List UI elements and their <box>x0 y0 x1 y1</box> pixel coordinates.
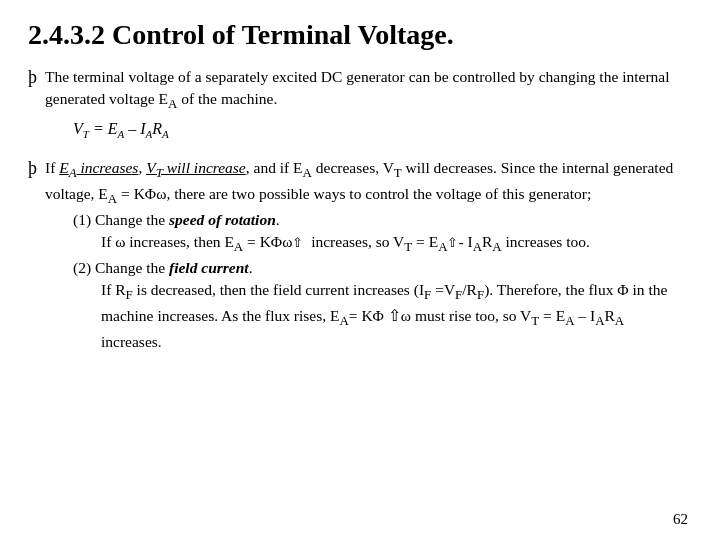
bullet-icon-2: þ <box>28 158 37 179</box>
bullet-section-1: þ The terminal voltage of a separately e… <box>28 66 692 145</box>
point1-detail: If ω increases, then EA = KΦω⇧ increases… <box>101 231 692 257</box>
bullet1-text: The terminal voltage of a separately exc… <box>45 68 669 107</box>
bullet-section-2: þ If EA increases, VT will increase, and… <box>28 157 692 354</box>
bullet1-formula: VT = EA – IARA <box>73 117 692 143</box>
point2-label: (2) Change the field current. <box>73 259 253 276</box>
point2-block: (2) Change the field current. If RF is d… <box>73 257 692 354</box>
bullet-1-content: The terminal voltage of a separately exc… <box>45 66 692 145</box>
point1-block: (1) Change the speed of rotation. If ω i… <box>73 209 692 257</box>
bullet-2-content: If EA increases, VT will increase, and i… <box>45 157 692 354</box>
point2-detail: If RF is decreased, then the field curre… <box>101 279 692 353</box>
point1-label: (1) Change the speed of rotation. <box>73 211 280 228</box>
bullet2-intro: If EA increases, VT will increase, and i… <box>45 159 673 202</box>
page-title: 2.4.3.2 Control of Terminal Voltage. <box>28 18 692 52</box>
page-number: 62 <box>673 511 688 528</box>
bullet-icon-1: þ <box>28 67 37 88</box>
